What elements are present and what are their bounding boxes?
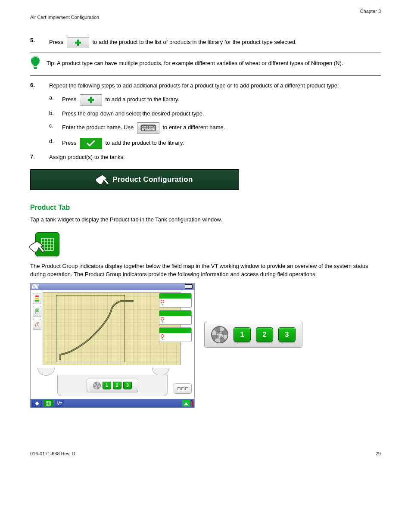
divider: [30, 75, 381, 76]
svg-rect-7: [88, 99, 94, 101]
fan-icon: [211, 326, 228, 343]
svg-rect-21: [149, 128, 150, 129]
pointing-hand-icon: [25, 238, 45, 258]
divider: [30, 53, 381, 53]
path-curve: [56, 295, 142, 363]
svg-rect-22: [150, 128, 152, 129]
step-6a-post: to add a product to the library.: [105, 96, 179, 103]
svg-rect-17: [142, 128, 143, 129]
step-6-number: 6.: [30, 82, 49, 88]
product-group-panel[interactable]: 1 2 3: [87, 379, 138, 392]
step-7-number: 7.: [30, 153, 49, 160]
step-6-text: Repeat the following steps to add additi…: [49, 82, 339, 89]
step-5-post: to add the product to the list of produc…: [92, 39, 296, 45]
pointing-hand-icon: [91, 171, 110, 190]
svg-rect-31: [46, 401, 50, 405]
product-group-enlarged-wrapper: 1 2 3: [204, 283, 302, 348]
tank-tag-1-big[interactable]: 1: [234, 327, 251, 342]
section-header: Air Cart Implement Configuration: [30, 15, 381, 20]
banner-label: Product Configuration: [112, 175, 193, 184]
step-6d: d. Press to add the product to the libra…: [49, 138, 381, 149]
titlebar-box-icon: [185, 284, 193, 289]
ok-button-icon[interactable]: [80, 138, 102, 149]
product-group-enlarged[interactable]: 1 2 3: [204, 322, 302, 348]
svg-rect-24: [142, 129, 144, 131]
footer-part-number: 016-0171-638 Rev. D: [30, 451, 75, 456]
signal-icon: [182, 400, 190, 407]
svg-rect-20: [147, 128, 148, 129]
vt-footer: VT: [31, 399, 194, 408]
step-6c-post: to enter a different name.: [162, 124, 225, 131]
svg-rect-18: [143, 128, 145, 129]
tank-tag-3[interactable]: 3: [123, 382, 132, 389]
svg-rect-12: [147, 126, 148, 127]
vt-screenshot: ↘ ↘ ↘ 1 2 3: [30, 283, 195, 408]
svg-rect-9: [142, 126, 143, 127]
side-toolbar: [33, 293, 41, 330]
svg-rect-14: [150, 126, 152, 127]
step-5-pre: Press: [49, 39, 65, 45]
lightbulb-icon: [30, 56, 40, 71]
svg-point-2: [31, 56, 40, 65]
step-6: 6. Repeat the following steps to add add…: [30, 82, 381, 90]
path-tool[interactable]: [33, 319, 41, 330]
product-tab-heading: Product Tab: [30, 204, 381, 212]
step-7: 7. Assign product(s) to the tanks:: [30, 153, 381, 162]
svg-rect-15: [152, 126, 153, 127]
product-tab-text: Tap a tank widget to display the Product…: [30, 216, 381, 224]
home-button[interactable]: [32, 400, 42, 407]
step-6c: c. Enter the product name. Use to enter …: [49, 122, 381, 134]
tip-row: Tip: A product type can have multiple pr…: [30, 56, 381, 71]
step-6b-text: Press the drop-down and select the desir…: [62, 110, 204, 117]
vt-button[interactable]: VT: [55, 400, 64, 407]
svg-rect-1: [75, 42, 81, 44]
chapter-header: Chapter 3: [30, 9, 381, 14]
step-6b-letter: b.: [49, 110, 62, 116]
product-group-tray: 1 2 3: [57, 375, 168, 396]
svg-rect-4: [34, 67, 37, 68]
product-config-banner[interactable]: Product Configuration: [30, 169, 239, 190]
svg-rect-26: [152, 129, 155, 131]
step-6a: a. Press to add a product to the library…: [49, 94, 381, 106]
step-5: 5. Press to add the product to the list …: [30, 37, 381, 48]
svg-rect-5: [34, 68, 37, 69]
svg-rect-16: [154, 126, 155, 127]
flag-tool[interactable]: [33, 306, 41, 317]
layers-tool[interactable]: [33, 293, 41, 304]
step-6d-pre: Press: [62, 140, 78, 146]
step-6d-letter: d.: [49, 138, 62, 144]
svg-rect-11: [145, 126, 146, 127]
view-grid-button[interactable]: [174, 383, 192, 394]
tank-tag-2[interactable]: 2: [113, 382, 121, 389]
tank-tag-3-big[interactable]: 3: [278, 327, 296, 342]
keyboard-button-icon[interactable]: [137, 122, 159, 134]
tank-tag-2-big[interactable]: 2: [256, 327, 273, 342]
svg-rect-19: [145, 128, 146, 129]
panel-2[interactable]: ↘: [159, 310, 192, 325]
tank-tag-1[interactable]: 1: [103, 382, 111, 389]
vt-titlebar: [31, 283, 194, 290]
svg-rect-30: [35, 300, 39, 302]
status-bar-icon: [191, 400, 193, 406]
svg-rect-29: [35, 298, 39, 299]
step-7-text: Assign product(s) to the tanks:: [49, 154, 125, 160]
svg-rect-3: [34, 65, 37, 66]
step-6a-letter: a.: [49, 94, 62, 101]
panel-1[interactable]: ↘: [159, 293, 192, 308]
fan-icon: [93, 382, 101, 389]
step-6b: b. Press the drop-down and select the de…: [49, 110, 381, 118]
add-button-icon[interactable]: [80, 94, 102, 106]
right-panels: ↘ ↘ ↘: [159, 293, 192, 342]
map-border-notch: [37, 368, 55, 376]
svg-rect-13: [149, 126, 150, 127]
step-6c-pre: Enter the product name. Use: [62, 124, 135, 131]
svg-rect-32: [216, 331, 223, 338]
step-5-number: 5.: [30, 37, 49, 44]
svg-rect-28: [35, 296, 39, 297]
product-group-intro: The Product Group indicators display tog…: [30, 262, 381, 279]
tip-text: Tip: A product type can have multiple pr…: [47, 59, 343, 68]
add-button-icon[interactable]: [67, 37, 89, 48]
grid-button[interactable]: [44, 400, 53, 407]
svg-rect-25: [145, 129, 152, 131]
panel-3[interactable]: ↘: [159, 327, 192, 342]
